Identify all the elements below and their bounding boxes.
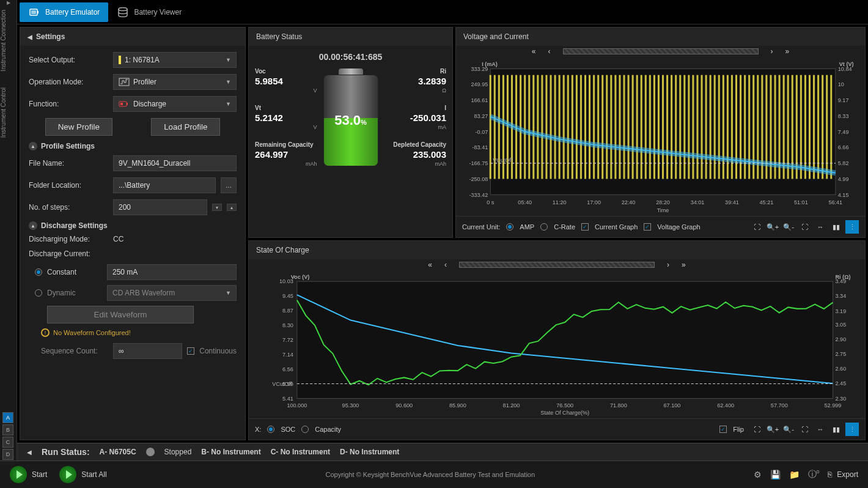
- continuous-checkbox[interactable]: ✓: [187, 347, 194, 355]
- rail-control[interactable]: Instrument Control: [0, 83, 7, 142]
- fit-icon[interactable]: ⛶: [798, 220, 811, 234]
- edit-waveform-button[interactable]: Edit Waveform: [47, 306, 194, 323]
- rail-box-a[interactable]: A: [2, 412, 13, 423]
- gear-icon[interactable]: ⚙: [754, 470, 762, 479]
- current-graph-checkbox[interactable]: ✓: [581, 223, 589, 231]
- steps-spinner-up[interactable]: ▲: [227, 204, 237, 211]
- discharge-settings-header[interactable]: ▲ Discharge Settings: [29, 221, 237, 230]
- op-mode-label: Operation Mode:: [29, 78, 108, 86]
- steps-input[interactable]: 200: [113, 199, 207, 215]
- discharge-settings-label: Discharge Settings: [41, 221, 108, 230]
- chevron-left-icon[interactable]: ◀: [27, 449, 32, 456]
- app-tabs: Battery Emulator Battery Viewer: [17, 0, 868, 24]
- capacity-radio[interactable]: [301, 426, 309, 433]
- profile-settings-header[interactable]: ▲ Profile Settings: [29, 142, 237, 150]
- svg-text:34:01: 34:01: [691, 198, 705, 205]
- crate-radio[interactable]: [540, 223, 548, 231]
- amp-radio[interactable]: [506, 223, 513, 231]
- svg-text:166.61: 166.61: [471, 97, 488, 103]
- marker-icon[interactable]: ▮▮: [829, 423, 843, 436]
- export-label: Export: [837, 470, 858, 479]
- discharge-current-label: Discharge Current:: [29, 250, 108, 258]
- zoom-area-icon[interactable]: ⛶: [750, 423, 763, 436]
- constant-value-input[interactable]: 250 mA: [107, 264, 237, 280]
- rail-connection[interactable]: Instrument Connection: [0, 5, 7, 76]
- marker-icon[interactable]: ▮▮: [829, 220, 843, 234]
- fit-icon[interactable]: ⛶: [798, 423, 811, 436]
- zoom-out-icon[interactable]: 🔍-: [782, 220, 795, 234]
- soc-radio-label: SOC: [281, 426, 295, 433]
- warning-text: No Waveform Configured!: [53, 329, 131, 336]
- nav-next-icon[interactable]: ›: [667, 261, 669, 269]
- svg-text:95.300: 95.300: [342, 402, 359, 409]
- save-icon[interactable]: 💾: [770, 470, 781, 479]
- zoom-in-icon[interactable]: 🔍+: [766, 220, 779, 234]
- op-mode-dropdown[interactable]: Profiler ▼: [113, 74, 237, 90]
- seq-count-input[interactable]: ∞: [113, 343, 182, 359]
- nav-first-icon[interactable]: «: [428, 261, 432, 269]
- export-button[interactable]: ⎘ Export: [828, 470, 858, 479]
- notification-icon[interactable]: ⓘ0: [808, 469, 819, 480]
- nav-scrollbar[interactable]: [459, 262, 655, 268]
- chevron-down-icon: ▼: [226, 101, 231, 107]
- svg-text:6.56: 6.56: [282, 366, 293, 372]
- svg-text:333.29: 333.29: [471, 65, 488, 72]
- battery-status-pane: Battery Status 00.00:56:41:685 Voc5.9854…: [248, 27, 453, 238]
- chevron-left-icon: ◀: [28, 34, 32, 40]
- nav-prev-icon[interactable]: ‹: [444, 261, 447, 269]
- zoom-area-icon[interactable]: ⛶: [750, 220, 763, 234]
- database-icon: [117, 6, 129, 18]
- more-icon[interactable]: ⋮: [845, 220, 859, 234]
- svg-rect-1: [37, 11, 39, 13]
- tab-battery-viewer[interactable]: Battery Viewer: [108, 2, 190, 22]
- rail-box-d[interactable]: D: [2, 449, 13, 460]
- svg-text:39:41: 39:41: [725, 198, 739, 205]
- start-label: Start: [32, 470, 47, 479]
- select-output-dropdown[interactable]: 1: N6781A ▼: [113, 52, 237, 68]
- folder-input[interactable]: ...\Battery: [113, 177, 216, 193]
- nav-prev-icon[interactable]: ‹: [548, 47, 551, 56]
- rail-box-b[interactable]: B: [2, 424, 13, 435]
- zoom-out-icon[interactable]: 🔍-: [782, 423, 795, 436]
- svg-text:2.30: 2.30: [836, 396, 847, 402]
- nav-last-icon[interactable]: »: [785, 47, 790, 56]
- svg-text:4.99: 4.99: [838, 175, 849, 182]
- more-icon[interactable]: ⋮: [845, 423, 859, 436]
- svg-text:249.95: 249.95: [471, 81, 488, 87]
- op-mode-value: Profiler: [133, 78, 156, 86]
- zoom-in-icon[interactable]: 🔍+: [766, 423, 779, 436]
- voltage-graph-checkbox[interactable]: ✓: [644, 223, 651, 231]
- steps-spinner[interactable]: ▼: [212, 204, 222, 211]
- constant-radio[interactable]: [35, 268, 42, 276]
- browse-button[interactable]: ...: [221, 177, 237, 193]
- load-profile-button[interactable]: Load Profile: [151, 118, 220, 136]
- nav-scrollbar[interactable]: [563, 48, 759, 54]
- rail-box-c[interactable]: C: [2, 437, 13, 448]
- new-profile-button[interactable]: New Profile: [45, 118, 112, 136]
- svg-text:0 s: 0 s: [487, 198, 494, 205]
- flip-checkbox[interactable]: ✓: [719, 426, 727, 433]
- start-button[interactable]: Start: [10, 466, 47, 483]
- nav-first-icon[interactable]: «: [532, 47, 536, 56]
- start-all-button[interactable]: Start All: [59, 466, 106, 483]
- flip-label: Flip: [733, 426, 744, 433]
- folder-icon[interactable]: 📁: [789, 470, 800, 479]
- tab-battery-emulator[interactable]: Battery Emulator: [20, 2, 108, 22]
- soc-chart-area[interactable]: Voc (V)Ri (Ω)10.039.458.878.307.727.146.…: [249, 270, 865, 418]
- nav-last-icon[interactable]: »: [682, 261, 686, 269]
- soc-radio[interactable]: [267, 426, 274, 433]
- function-dropdown[interactable]: Discharge ▼: [113, 96, 237, 112]
- vc-title: Voltage and Current: [456, 28, 865, 46]
- settings-header[interactable]: ◀ Settings: [20, 28, 245, 46]
- dynamic-dropdown[interactable]: CD ARB Waveform ▼: [107, 285, 237, 301]
- svg-text:3.19: 3.19: [836, 308, 847, 314]
- file-name-input[interactable]: 9V_MN1604_Duracell: [113, 155, 237, 171]
- nav-next-icon[interactable]: ›: [771, 47, 773, 56]
- voc-unit: V: [255, 87, 317, 94]
- expand-x-icon[interactable]: ↔: [814, 423, 827, 436]
- expand-x-icon[interactable]: ↔: [814, 220, 827, 234]
- vc-chart-area[interactable]: I (mA)Vt (V)333.29249.95166.6183.27-0.07…: [456, 57, 865, 216]
- svg-text:22:40: 22:40: [622, 198, 636, 205]
- dynamic-radio[interactable]: [35, 289, 42, 297]
- voltage-graph-label: Voltage Graph: [657, 223, 700, 231]
